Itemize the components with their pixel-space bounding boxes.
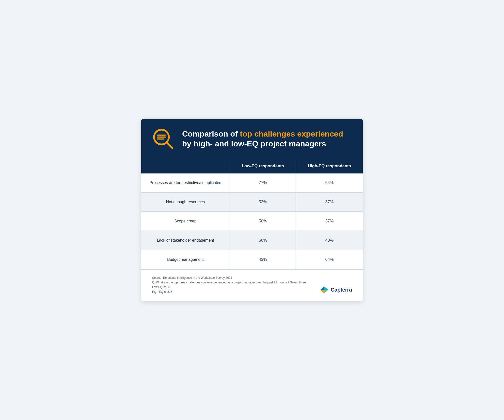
magnifying-glass-icon	[152, 128, 174, 150]
table-row: Not enough resources52%37%	[141, 192, 363, 212]
col-header-low-eq: Low-EQ respondents	[230, 159, 296, 173]
cell-high-eq: 48%	[296, 231, 363, 250]
cell-challenge: Processes are too restrictive/complicate…	[141, 173, 230, 192]
capterra-logo: Capterra	[320, 285, 352, 294]
table-row: Processes are too restrictive/complicate…	[141, 173, 363, 192]
cell-low-eq: 50%	[230, 231, 296, 250]
col-header-challenge	[141, 159, 230, 173]
svg-line-1	[167, 142, 172, 148]
cell-challenge: Scope creep	[141, 212, 230, 231]
cell-high-eq: 37%	[296, 192, 363, 212]
cell-high-eq: 37%	[296, 212, 363, 231]
cell-high-eq: 64%	[296, 250, 363, 269]
table-row: Budget management43%64%	[141, 250, 363, 269]
infographic-card: Comparison of top challenges experienced…	[141, 119, 363, 301]
title-highlight: top challenges experienced	[240, 129, 343, 138]
table-header-row: Low-EQ respondents High-EQ respondents	[141, 159, 363, 173]
col-header-high-eq: High-EQ respondents	[296, 159, 363, 173]
cell-challenge: Budget management	[141, 250, 230, 269]
cell-challenge: Not enough resources	[141, 192, 230, 212]
page-title: Comparison of top challenges experienced…	[182, 129, 352, 149]
cell-low-eq: 52%	[230, 192, 296, 212]
table-row: Scope creep50%37%	[141, 212, 363, 231]
svg-marker-7	[320, 290, 324, 293]
cell-high-eq: 64%	[296, 173, 363, 192]
cell-low-eq: 43%	[230, 250, 296, 269]
cell-challenge: Lack of stakeholder engagement	[141, 231, 230, 250]
table-row: Lack of stakeholder engagement50%48%	[141, 231, 363, 250]
data-table-container: Low-EQ respondents High-EQ respondents P…	[141, 159, 363, 269]
cell-low-eq: 77%	[230, 173, 296, 192]
header-section: Comparison of top challenges experienced…	[141, 119, 363, 159]
svg-marker-8	[324, 286, 328, 290]
capterra-brand-name: Capterra	[331, 287, 352, 293]
cell-low-eq: 50%	[230, 212, 296, 231]
comparison-table: Low-EQ respondents High-EQ respondents P…	[141, 159, 363, 269]
footer-section: Source: Emotional Intelligence in the Wo…	[141, 269, 363, 301]
svg-marker-5	[320, 286, 324, 290]
source-text: Source: Emotional Intelligence in the Wo…	[152, 276, 307, 295]
